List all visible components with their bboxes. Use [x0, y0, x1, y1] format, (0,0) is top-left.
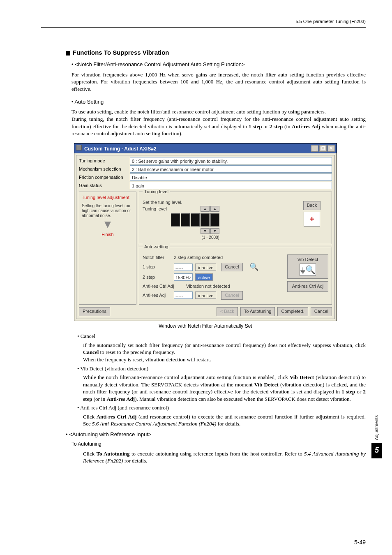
page-number: 5-49	[354, 539, 366, 547]
section-title: Functions To Suppress Vibration	[66, 48, 366, 57]
arc-adj-value: Vibration not detected	[186, 283, 230, 289]
spin-up-1[interactable]: ▲	[201, 206, 210, 212]
notch-filter-value: 2 step setting completed	[174, 254, 240, 261]
window: Custom Tuning - Adust AXIS#2 _ ❐ × Tunin…	[74, 143, 337, 321]
maximize-button[interactable]: ❐	[319, 145, 327, 152]
to-autotuning-button[interactable]: To Autotuning	[240, 307, 275, 316]
vib-body: While the notch filter/anti-resonance co…	[83, 374, 366, 402]
window-title: Custom Tuning - Adust AXIS#2	[84, 146, 157, 152]
square-bullet-icon	[66, 51, 70, 56]
header-breadcrumb: 5.5 One-parameter Tuning (Fn203)	[41, 18, 366, 25]
digit	[181, 213, 190, 227]
autoref-body: Click To Autotuning to execute autotunin…	[83, 450, 366, 465]
gain-label: Gain status	[79, 183, 130, 189]
close-button[interactable]: ×	[327, 145, 335, 152]
back-nav-button[interactable]: < Back	[217, 307, 238, 316]
auto-title: • Auto Setting	[71, 98, 366, 106]
auto-body2: During tuning, the notch filter frequenc…	[71, 116, 366, 137]
cancel-body: If the automatically set notch filter fr…	[83, 342, 366, 356]
step1-status: inactive	[195, 264, 216, 271]
spin-down-1[interactable]: ▼	[201, 228, 210, 234]
cancel-body2: When the frequency is reset, vibration d…	[83, 356, 366, 363]
cancel-nav-button[interactable]: Cancel	[311, 307, 332, 316]
notch-title: • <Notch Filter/Anti-resonance Control A…	[71, 61, 366, 68]
tuning-level-group: Tuning level Set the tuning level. Tunin…	[139, 192, 332, 244]
completed-button[interactable]: Completed.	[277, 307, 308, 316]
tuning-legend: Tuning level	[143, 189, 170, 195]
auto-setting-legend: Auto-setting	[143, 244, 170, 250]
precautions-button[interactable]: Precautions	[79, 307, 110, 316]
auto-body1: To use auto setting, enable the notch fi…	[71, 108, 366, 116]
range-label: (1 - 2000)	[171, 235, 219, 240]
divider	[41, 27, 366, 28]
arc-title: • Anti-res Ctrl Adj (anti-resonance cont…	[77, 404, 366, 412]
plus-icon-button[interactable]: +	[304, 212, 320, 227]
auto-setting-group: Auto-setting Notch filter 2 step setting…	[139, 247, 332, 305]
tuning-mode-value[interactable]: 0 : Set servo gains with priority given …	[130, 157, 332, 164]
digit-display	[171, 213, 219, 227]
adjustment-title: Tuning level adjustment	[82, 194, 134, 201]
digit	[201, 213, 210, 227]
vib-detect-label: Vib Detect	[289, 257, 326, 263]
left-panel: Tuning level adjustment Setting the tuni…	[79, 192, 136, 305]
titlebar: Custom Tuning - Adust AXIS#2 _ ❐ ×	[74, 143, 337, 154]
arc-body: Click Anti-res Ctrl Adj (anti-resonance …	[83, 413, 366, 428]
mechanism-label: Mechanism selection	[79, 166, 130, 172]
antires-cancel-button[interactable]: Cancel	[221, 291, 242, 300]
set-level-label: Set the tuning level.	[143, 199, 291, 206]
friction-value[interactable]: Disable	[130, 173, 332, 181]
tuning-level-label: Tuning level	[143, 206, 167, 212]
gain-value[interactable]: 1 gain	[130, 182, 332, 189]
vib-detect-button[interactable]: Vib Detect ⏚🔍	[287, 254, 328, 279]
arrow-down-icon	[104, 222, 111, 228]
antires-hz: -----	[174, 291, 193, 299]
finish-label: Finish	[82, 231, 134, 238]
autoref-title: • <Autotuning with Reference Input>	[66, 431, 366, 438]
notch-cancel-button[interactable]: Cancel	[221, 263, 242, 271]
antires-label: Anti-res Adj	[143, 292, 171, 298]
minimize-button[interactable]: _	[311, 145, 318, 152]
step2-hz: 1580Hz	[174, 273, 193, 281]
arc-adj-label: Anti-res Ctrl Adj	[143, 283, 184, 289]
notch-body: For vibration frequencies above 1,000 Hz…	[71, 71, 366, 93]
magnifier-icon: 🔍	[249, 262, 258, 272]
figure-caption: Window with Notch Filter Automatically S…	[74, 323, 337, 330]
spin-up-2[interactable]: ▲	[210, 206, 219, 212]
adjustment-note: Setting the tuning level too high can ca…	[82, 204, 134, 218]
side-tab-number: 5	[371, 443, 382, 458]
cancel-title: • Cancel	[77, 333, 366, 340]
notch-filter-label: Notch filter	[143, 254, 171, 261]
digit	[171, 213, 180, 227]
step1-hz: -----	[174, 264, 193, 271]
side-tab-label: Adjustments	[374, 415, 380, 440]
arc-button[interactable]: Anti-res Ctrl Adj	[287, 281, 328, 291]
step2-status: active	[195, 273, 213, 281]
step1-label: 1 step	[143, 264, 171, 270]
digit	[210, 213, 219, 227]
tuning-mode-label: Tuning mode	[79, 158, 130, 164]
digit	[191, 213, 200, 227]
vib-detect-icon: ⏚🔍	[300, 264, 316, 276]
vib-title: • Vib Detect (vibration detection)	[77, 365, 366, 372]
step2-label: 2 step	[143, 274, 171, 280]
antires-status: inactive	[195, 291, 216, 299]
mechanism-value[interactable]: 2 : Ball screw mechanism or linear motor	[130, 165, 332, 173]
back-button[interactable]: Back	[303, 201, 321, 210]
to-autotuning-heading: To Autotuning	[71, 441, 366, 448]
friction-label: Friction compensation	[79, 174, 130, 180]
plus-icon: +	[309, 213, 314, 225]
spin-down-2[interactable]: ▼	[210, 228, 219, 234]
app-icon	[76, 145, 82, 150]
